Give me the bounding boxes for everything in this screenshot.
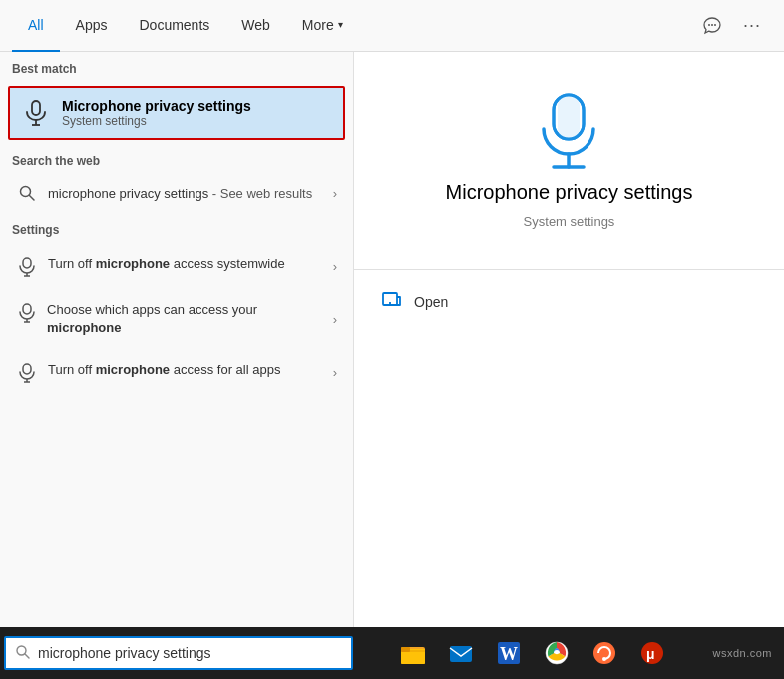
svg-text:μ: μ	[646, 646, 655, 662]
tab-web-label: Web	[241, 17, 270, 33]
svg-point-35	[602, 657, 606, 661]
ellipsis-icon: ···	[743, 15, 761, 36]
settings-item-1-text: Turn off microphone access systemwide	[48, 255, 285, 273]
open-label: Open	[414, 294, 448, 310]
mic-icon-2	[16, 301, 37, 323]
right-icon-area: Microphone privacy settings System setti…	[446, 92, 693, 229]
tab-all[interactable]: All	[12, 0, 60, 52]
tab-more-label: More	[302, 17, 334, 33]
svg-rect-28	[450, 646, 472, 662]
best-match-title: Microphone privacy settings	[62, 98, 251, 114]
tab-more[interactable]: More ▾	[286, 0, 359, 52]
svg-rect-8	[23, 258, 31, 268]
see-results-label: - See	[212, 186, 247, 201]
settings-chevron-3: ›	[333, 365, 337, 380]
tab-web[interactable]: Web	[225, 0, 286, 52]
svg-point-2	[714, 24, 716, 26]
main-area: Best match Microphone privacy settings S…	[0, 52, 784, 627]
svg-line-24	[25, 654, 29, 658]
left-panel: Best match Microphone privacy settings S…	[0, 52, 354, 627]
svg-rect-14	[23, 364, 31, 374]
settings-section-label: Settings	[0, 213, 353, 243]
web-section-label: Search the web	[0, 144, 353, 173]
right-panel: Microphone privacy settings System setti…	[354, 52, 784, 627]
right-actions: Open	[354, 280, 784, 323]
word-icon[interactable]: W	[487, 631, 531, 675]
open-action[interactable]: Open	[374, 280, 764, 323]
tab-all-label: All	[28, 17, 44, 33]
web-chevron-icon: ›	[333, 186, 337, 201]
best-match-subtitle: System settings	[62, 114, 251, 128]
taskbar-search-text: microphone privacy settings	[38, 645, 341, 661]
right-title: Microphone privacy settings	[446, 181, 693, 204]
settings-chevron-1: ›	[333, 259, 337, 274]
settings-item-1[interactable]: Turn off microphone access systemwide ›	[4, 245, 349, 287]
more-dropdown-arrow: ▾	[338, 19, 343, 30]
app-icon-2[interactable]: μ	[630, 631, 674, 675]
app-icon-1[interactable]	[583, 631, 626, 675]
mic-icon-large	[529, 92, 608, 171]
more-options-button[interactable]: ···	[732, 6, 772, 46]
tab-apps-label: Apps	[76, 17, 108, 33]
settings-chevron-2: ›	[333, 312, 337, 327]
svg-line-7	[30, 196, 35, 201]
settings-item-2-text: Choose which apps can access your microp…	[47, 301, 323, 337]
svg-text:W: W	[500, 644, 518, 664]
open-icon	[382, 290, 402, 313]
microphone-icon-small	[22, 100, 50, 126]
top-nav: All Apps Documents Web More ▾ ···	[0, 0, 784, 52]
best-match-item[interactable]: Microphone privacy settings System setti…	[8, 86, 345, 140]
svg-point-1	[711, 24, 713, 26]
taskbar-icons: W μ	[355, 631, 710, 675]
mail-icon[interactable]	[439, 631, 483, 675]
taskbar-right: wsxdn.com	[712, 647, 780, 659]
svg-rect-3	[32, 101, 40, 115]
best-match-section-label: Best match	[0, 52, 353, 82]
settings-item-3-text: Turn off microphone access for all apps	[48, 361, 280, 379]
best-match-text: Microphone privacy settings System setti…	[62, 98, 251, 128]
feedback-button[interactable]	[692, 6, 732, 46]
feedback-icon	[703, 17, 721, 35]
watermark: wsxdn.com	[712, 647, 772, 659]
svg-point-0	[708, 24, 710, 26]
svg-rect-11	[23, 304, 31, 314]
settings-item-3[interactable]: Turn off microphone access for all apps …	[4, 351, 349, 393]
right-subtitle: System settings	[524, 214, 615, 229]
svg-rect-18	[558, 95, 580, 139]
chrome-icon[interactable]	[535, 631, 579, 675]
search-icon	[16, 185, 38, 201]
web-results-label: web results	[246, 186, 312, 201]
taskbar: microphone privacy settings W	[0, 627, 784, 679]
tab-documents-label: Documents	[139, 17, 209, 33]
right-divider	[354, 269, 784, 270]
web-search-item[interactable]: microphone privacy settings - See web re…	[4, 175, 349, 211]
taskbar-search[interactable]: microphone privacy settings	[4, 636, 353, 670]
mic-icon-1	[16, 255, 38, 277]
file-explorer-icon[interactable]	[391, 631, 435, 675]
mic-icon-3	[16, 361, 38, 383]
taskbar-search-icon	[16, 645, 30, 662]
web-search-text: microphone privacy settings - See web re…	[48, 186, 312, 201]
tab-documents[interactable]: Documents	[123, 0, 225, 52]
svg-rect-27	[401, 647, 410, 652]
tab-apps[interactable]: Apps	[60, 0, 124, 52]
web-query: microphone privacy settings	[48, 186, 208, 201]
settings-item-2[interactable]: Choose which apps can access your microp…	[4, 291, 349, 347]
